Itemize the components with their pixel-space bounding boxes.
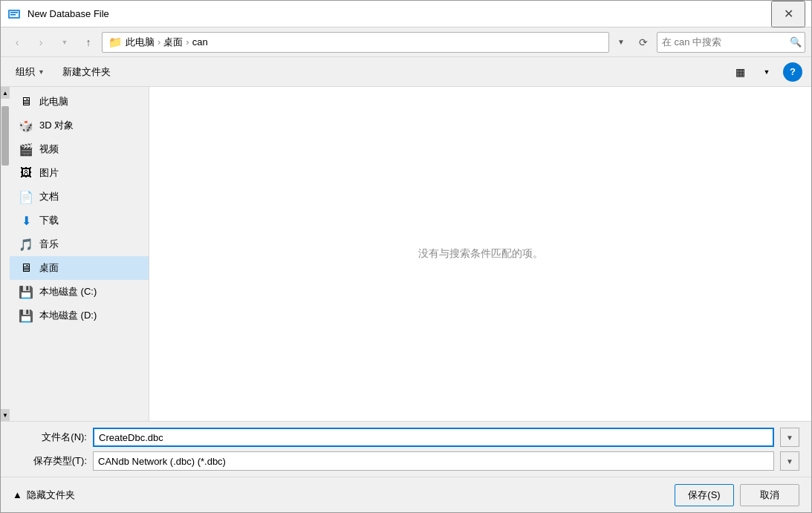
breadcrumb-sep-2: › bbox=[186, 36, 189, 48]
hide-folders-toggle[interactable]: ▲ 隐藏文件夹 bbox=[13, 489, 75, 502]
scroll-thumb[interactable] bbox=[1, 106, 9, 166]
footer: ▲ 隐藏文件夹 保存(S) 取消 bbox=[1, 477, 811, 512]
organize-chevron-icon: ▼ bbox=[38, 68, 45, 76]
back-icon: ‹ bbox=[16, 36, 19, 48]
sidebar-item-desktop[interactable]: 🖥 桌面 bbox=[10, 256, 149, 280]
sidebar-item-local-c[interactable]: 💾 本地磁盘 (C:) bbox=[10, 280, 149, 304]
breadcrumb-sep-1: › bbox=[157, 36, 160, 48]
drive-d-icon: 💾 bbox=[19, 308, 33, 323]
refresh-button[interactable]: ⟳ bbox=[633, 32, 654, 53]
filetype-row: 保存类型(T): CANdb Network (.dbc) (*.dbc) ▼ bbox=[13, 451, 799, 471]
dropdown-button[interactable]: ▼ bbox=[54, 32, 75, 53]
cancel-button[interactable]: 取消 bbox=[740, 484, 799, 506]
sidebar: 🖥 此电脑 🎲 3D 对象 🎬 视频 🖼 图片 📄 文档 bbox=[10, 87, 149, 421]
breadcrumb-part-2: 桌面 bbox=[163, 36, 183, 49]
help-button[interactable]: ? bbox=[783, 62, 802, 82]
view-toggle-button[interactable]: ▦ bbox=[730, 62, 750, 82]
hide-folders-chevron-icon: ▲ bbox=[13, 489, 22, 500]
sidebar-label-computer: 此电脑 bbox=[39, 95, 68, 108]
filetype-select[interactable]: CANdb Network (.dbc) (*.dbc) bbox=[93, 451, 774, 471]
sidebar-label-3d: 3D 对象 bbox=[39, 119, 74, 132]
close-button[interactable]: ✕ bbox=[771, 1, 805, 27]
document-icon: 📄 bbox=[19, 189, 33, 204]
filename-label: 文件名(N): bbox=[13, 431, 87, 444]
filename-dropdown-icon: ▼ bbox=[786, 434, 793, 442]
svg-rect-2 bbox=[10, 12, 18, 13]
sidebar-label-download: 下载 bbox=[39, 214, 59, 227]
filename-dropdown-button[interactable]: ▼ bbox=[780, 428, 799, 447]
breadcrumb: 此电脑 › 桌面 › can bbox=[126, 36, 208, 49]
sidebar-label-music: 音乐 bbox=[39, 238, 59, 251]
sidebar-label-local-c: 本地磁盘 (C:) bbox=[39, 285, 97, 298]
address-dropdown-button[interactable]: ▼ bbox=[612, 33, 630, 52]
sidebar-item-3d[interactable]: 🎲 3D 对象 bbox=[10, 114, 149, 137]
sidebar-item-video[interactable]: 🎬 视频 bbox=[10, 137, 149, 161]
filetype-value: CANdb Network (.dbc) (*.dbc) bbox=[98, 456, 226, 467]
sidebar-item-document[interactable]: 📄 文档 bbox=[10, 185, 149, 209]
dropdown-icon: ▼ bbox=[62, 39, 68, 46]
sidebar-label-picture: 图片 bbox=[39, 166, 59, 180]
svg-rect-3 bbox=[10, 14, 16, 16]
organize-label: 组织 bbox=[16, 65, 35, 79]
filetype-dropdown-button[interactable]: ▼ bbox=[780, 451, 799, 471]
sidebar-item-music[interactable]: 🎵 音乐 bbox=[10, 232, 149, 256]
main-content: ▲ ▼ 🖥 此电脑 🎲 3D 对象 🎬 视频 bbox=[1, 87, 811, 421]
sidebar-item-download[interactable]: ⬇ 下载 bbox=[10, 209, 149, 232]
save-button[interactable]: 保存(S) bbox=[675, 484, 734, 506]
file-area: 没有与搜索条件匹配的项。 bbox=[149, 87, 811, 421]
forward-icon: › bbox=[39, 36, 43, 48]
drive-c-icon: 💾 bbox=[19, 284, 33, 299]
desktop-icon: 🖥 bbox=[19, 261, 33, 275]
view-icon: ▦ bbox=[735, 66, 745, 78]
video-icon: 🎬 bbox=[19, 142, 33, 157]
nav-bar: ‹ › ▼ ↑ 📁 此电脑 › 桌面 › can ▼ ⟳ bbox=[1, 27, 811, 57]
footer-buttons: 保存(S) 取消 bbox=[675, 484, 799, 506]
scroll-down-arrow[interactable]: ▼ bbox=[1, 409, 10, 421]
forward-button[interactable]: › bbox=[30, 32, 51, 53]
search-icon: 🔍 bbox=[790, 36, 802, 48]
view-dropdown-icon: ▼ bbox=[764, 68, 770, 76]
scroll-track bbox=[1, 99, 10, 409]
sidebar-item-local-d[interactable]: 💾 本地磁盘 (D:) bbox=[10, 304, 149, 327]
folder-icon: 📁 bbox=[108, 36, 123, 49]
filename-row: 文件名(N): ▼ bbox=[13, 428, 799, 447]
title-bar: New Database File ✕ bbox=[1, 1, 811, 27]
dialog-window: New Database File ✕ ‹ › ▼ ↑ 📁 此电脑 › 桌面 ›… bbox=[0, 0, 812, 513]
breadcrumb-part-3: can bbox=[192, 36, 208, 48]
scroll-up-arrow[interactable]: ▲ bbox=[1, 87, 10, 99]
picture-icon: 🖼 bbox=[19, 166, 33, 180]
music-icon: 🎵 bbox=[19, 237, 33, 252]
view-dropdown-button[interactable]: ▼ bbox=[756, 62, 777, 82]
breadcrumb-part-1: 此电脑 bbox=[126, 36, 155, 49]
bottom-section: 文件名(N): ▼ 保存类型(T): CANdb Network (.dbc) … bbox=[1, 421, 811, 477]
new-folder-button[interactable]: 新建文件夹 bbox=[56, 62, 117, 82]
sidebar-label-local-d: 本地磁盘 (D:) bbox=[39, 309, 97, 322]
sidebar-scrollbar[interactable]: ▲ ▼ bbox=[1, 87, 10, 421]
organize-button[interactable]: 组织 ▼ bbox=[10, 62, 51, 82]
search-bar[interactable]: 🔍 bbox=[657, 32, 805, 53]
app-icon bbox=[7, 7, 22, 22]
hide-folders-label: 隐藏文件夹 bbox=[27, 489, 75, 502]
back-button[interactable]: ‹ bbox=[7, 32, 27, 53]
up-icon: ↑ bbox=[86, 36, 91, 48]
address-bar[interactable]: 📁 此电脑 › 桌面 › can bbox=[102, 32, 609, 53]
new-folder-label: 新建文件夹 bbox=[62, 65, 111, 79]
download-icon: ⬇ bbox=[19, 213, 33, 228]
3d-icon: 🎲 bbox=[19, 118, 33, 133]
empty-message: 没有与搜索条件匹配的项。 bbox=[418, 247, 543, 261]
filetype-dropdown-icon: ▼ bbox=[786, 457, 793, 465]
help-label: ? bbox=[790, 66, 796, 77]
sidebar-wrapper: ▲ ▼ 🖥 此电脑 🎲 3D 对象 🎬 视频 bbox=[1, 87, 149, 421]
sidebar-label-video: 视频 bbox=[39, 143, 59, 156]
sidebar-item-computer[interactable]: 🖥 此电脑 bbox=[10, 90, 149, 114]
window-title: New Database File bbox=[27, 8, 771, 19]
refresh-icon: ⟳ bbox=[639, 36, 648, 48]
filename-input[interactable] bbox=[93, 428, 774, 447]
toolbar: 组织 ▼ 新建文件夹 ▦ ▼ ? bbox=[1, 57, 811, 87]
sidebar-item-picture[interactable]: 🖼 图片 bbox=[10, 161, 149, 185]
sidebar-label-document: 文档 bbox=[39, 190, 59, 203]
filetype-label: 保存类型(T): bbox=[13, 454, 87, 468]
search-input[interactable] bbox=[662, 36, 787, 48]
computer-icon: 🖥 bbox=[19, 94, 33, 109]
up-button[interactable]: ↑ bbox=[78, 32, 99, 53]
